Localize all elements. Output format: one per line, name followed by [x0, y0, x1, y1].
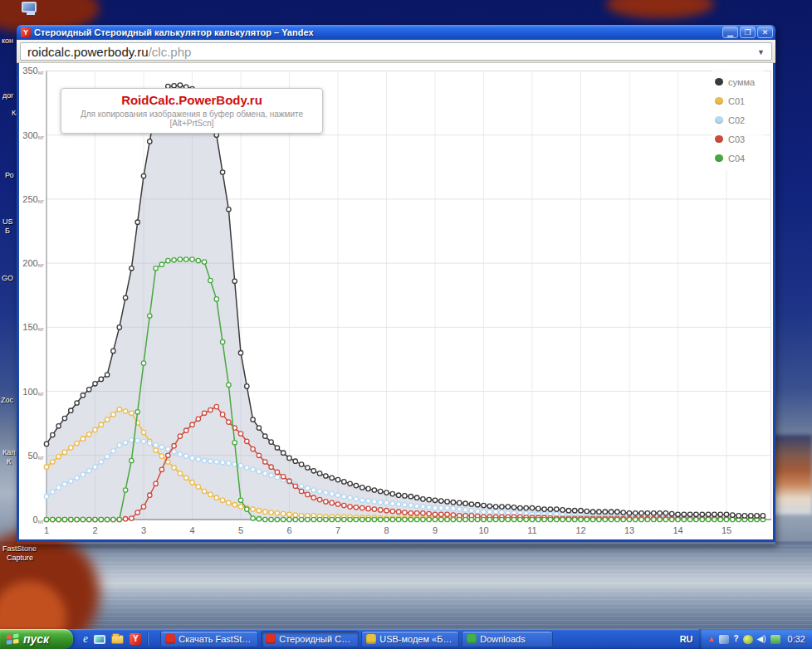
legend-item-C01: C01 — [715, 91, 761, 110]
volume-icon[interactable]: ◀) — [757, 635, 766, 643]
minimize-button[interactable]: ▁ — [722, 27, 738, 38]
task-icon — [266, 634, 276, 644]
task-label: Downloads — [480, 634, 525, 644]
legend-item-сумма: сумма — [715, 72, 761, 91]
desktop-icon-label[interactable]: Ро — [5, 171, 14, 179]
tray-antivirus-icon[interactable] — [743, 635, 753, 644]
svg-text:350мг: 350мг — [22, 66, 44, 76]
chart-tooltip: RoidCalc.PowerBody.ru Для копирования из… — [61, 88, 323, 134]
svg-text:8: 8 — [384, 525, 389, 535]
svg-text:300мг: 300мг — [22, 130, 44, 140]
folder-icon[interactable] — [111, 635, 124, 644]
task-button-2[interactable]: Стероидный Стерои... — [261, 631, 359, 647]
url-host: roidcalc.powerbody.ru — [27, 45, 149, 59]
quick-launch-divider — [147, 632, 149, 646]
svg-text:15: 15 — [722, 525, 731, 535]
svg-text:7: 7 — [335, 525, 340, 535]
desktop-icon-computer[interactable] — [22, 2, 40, 17]
svg-text:100мг: 100мг — [22, 387, 44, 397]
title-bar: Y Стероидный Стероидный калькулятор каль… — [17, 25, 775, 40]
svg-text:9: 9 — [433, 525, 438, 535]
svg-text:2: 2 — [92, 525, 97, 535]
chevron-down-icon[interactable]: ▼ — [757, 48, 765, 56]
legend-dot — [715, 97, 723, 105]
desktop-icon-label[interactable]: К — [7, 457, 11, 466]
svg-text:0мг: 0мг — [33, 515, 45, 525]
tray-alert-icon[interactable]: ▲ — [707, 635, 716, 643]
svg-text:11: 11 — [527, 525, 536, 535]
start-button[interactable]: пуск — [0, 629, 73, 649]
yandex-quicklaunch-icon[interactable]: Y — [130, 633, 141, 645]
svg-text:5: 5 — [238, 525, 243, 535]
svg-text:6: 6 — [286, 525, 291, 535]
tray-network-icon[interactable] — [770, 635, 780, 644]
tooltip-subtitle: Для копирования изображения в буфер обме… — [68, 110, 316, 128]
legend-item-C02: C02 — [715, 110, 761, 129]
desktop-icon-label[interactable]: дог — [2, 91, 14, 100]
legend-dot — [715, 78, 723, 85]
start-label: пуск — [23, 632, 49, 646]
legend-label: C01 — [728, 96, 745, 106]
tooltip-title: RoidCalc.PowerBody.ru — [68, 93, 316, 107]
task-button-3[interactable]: USB-модем «Билайн» — [361, 631, 459, 647]
water — [0, 541, 812, 629]
desktop-icon-label[interactable]: Capture — [7, 554, 33, 562]
task-buttons: Скачать FastStone ...Стероидный Стерои..… — [160, 631, 553, 647]
legend-label: C04 — [728, 154, 745, 163]
browser-window: Y Стероидный Стероидный калькулятор каль… — [17, 25, 775, 544]
page-content: 0мг50мг100мг150мг200мг250мг300мг350мг123… — [17, 63, 775, 542]
svg-text:50мг: 50мг — [27, 451, 44, 461]
legend-label: сумма — [728, 77, 755, 87]
yandex-app-icon: Y — [21, 27, 31, 37]
sum-area-fill — [46, 85, 763, 520]
svg-text:200мг: 200мг — [22, 258, 44, 268]
desktop-icon-label[interactable]: GO — [2, 274, 13, 282]
restore-button[interactable]: ❐ — [740, 27, 756, 38]
task-label: Стероидный Стерои... — [279, 634, 354, 644]
desktop-icon-label[interactable]: Кал — [2, 448, 16, 456]
task-icon — [366, 634, 376, 644]
desktop-icon-label[interactable]: FastStone — [2, 544, 37, 553]
svg-text:4: 4 — [189, 525, 194, 535]
desktop-icon-label[interactable]: US — [2, 217, 13, 226]
tray-display-icon[interactable] — [719, 635, 729, 644]
desktop-icon-label[interactable]: Zoc — [1, 396, 13, 404]
legend-item-C03: C03 — [715, 129, 761, 149]
svg-text:1: 1 — [44, 525, 49, 535]
svg-text:13: 13 — [624, 525, 634, 535]
task-label: Скачать FastStone ... — [179, 634, 253, 644]
legend-label: C03 — [728, 134, 745, 144]
chart-legend: суммаC01C02C03C04 — [712, 70, 765, 170]
legend-label: C02 — [728, 115, 745, 125]
svg-text:12: 12 — [575, 525, 585, 535]
desktop-icon-label[interactable]: кон — [2, 37, 13, 45]
leaves-top-right — [606, 0, 714, 18]
legend-dot — [715, 135, 723, 143]
task-button-1[interactable]: Скачать FastStone ... — [160, 631, 258, 647]
language-indicator[interactable]: RU — [674, 632, 699, 646]
close-button[interactable]: ✕ — [757, 27, 773, 38]
desktop-icon-label[interactable]: Б — [5, 227, 10, 235]
task-icon — [467, 634, 477, 644]
legend-item-C04: C04 — [715, 149, 761, 168]
task-label: USB-модем «Билайн» — [379, 634, 454, 644]
tray-help-icon[interactable]: ? — [733, 635, 738, 643]
legend-dot — [715, 116, 723, 124]
quick-launch: e Y — [73, 629, 155, 649]
task-button-4[interactable]: Downloads — [462, 631, 553, 647]
task-icon — [165, 634, 175, 644]
window-title: Стероидный Стероидный калькулятор кальку… — [34, 27, 721, 37]
svg-text:250мг: 250мг — [22, 194, 44, 204]
trees-right — [772, 435, 812, 515]
legend-dot — [715, 154, 723, 162]
svg-text:10: 10 — [478, 525, 488, 535]
internet-icon[interactable]: e — [83, 632, 88, 646]
address-bar[interactable]: roidcalc.powerbody.ru/clc.php ▼ — [20, 42, 772, 61]
system-tray: ▲ ? ◀) 0:32 — [699, 629, 812, 649]
display-icon[interactable] — [94, 635, 105, 644]
svg-text:14: 14 — [673, 525, 682, 535]
taskbar-clock[interactable]: 0:32 — [788, 634, 805, 644]
windows-flag-icon — [7, 633, 19, 645]
browser-chrome: roidcalc.powerbody.ru/clc.php ▼ — [17, 40, 775, 63]
svg-text:3: 3 — [141, 525, 146, 535]
